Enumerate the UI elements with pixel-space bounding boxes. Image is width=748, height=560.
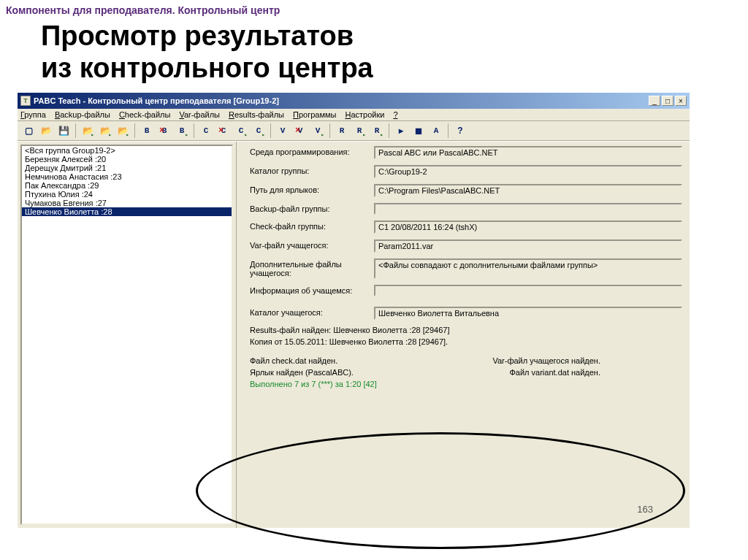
titlebar: T PABC Teach - Контрольный центр препода… — [18, 93, 690, 109]
tb-stop-btn[interactable]: ◼ — [411, 123, 427, 139]
tb-run-btn[interactable]: ▸ — [393, 123, 409, 139]
menu-0[interactable]: Группа — [20, 110, 46, 119]
tb-save[interactable]: 💾 — [56, 123, 72, 139]
client-area: <Вся группа Group19-2>Березняк Алексей :… — [18, 141, 690, 528]
var-label: Var-файл учащегося: — [250, 239, 374, 250]
student-list-pane: <Вся группа Group19-2>Березняк Алексей :… — [18, 142, 237, 528]
info-label: Информация об учащемся: — [250, 285, 374, 295]
student-item[interactable]: Березняк Алексей :20 — [22, 155, 232, 164]
tb-folder-c[interactable]: 📂▸ — [97, 123, 113, 139]
tb-Bx-btn[interactable]: B× — [156, 123, 172, 139]
tb-new[interactable]: ▢ — [20, 123, 37, 139]
menu-5[interactable]: Программы — [293, 110, 336, 119]
tb-A-btn[interactable]: A — [428, 123, 444, 139]
slide-title-line1: Просмотр результатов — [41, 20, 354, 51]
window-title: PABC Teach - Контрольный центр преподава… — [34, 96, 649, 105]
toolbar-separator — [75, 123, 76, 138]
student-item[interactable]: Птухина Юлия :24 — [22, 190, 232, 199]
app-window: T PABC Teach - Контрольный центр препода… — [18, 93, 690, 528]
check-value: C1 20/08/2011 16:24 (tshX) — [374, 220, 682, 234]
tb-Ca-btn[interactable]: C▸ — [233, 123, 249, 139]
toolbar-separator — [270, 123, 271, 138]
menu-3[interactable]: Var-файлы — [179, 110, 220, 119]
maximize-button[interactable]: □ — [662, 96, 673, 106]
student-item[interactable]: Пак Александра :29 — [22, 181, 232, 190]
student-item[interactable]: Чумакова Евгения :27 — [22, 199, 232, 207]
tb-help-btn[interactable]: ? — [452, 123, 468, 139]
env-value: Pascal ABC или PascalABC.NET — [374, 146, 682, 159]
check-label: Check-файл группы: — [250, 220, 374, 231]
status-variant-found: Файл variant.dat найден. — [509, 368, 600, 377]
tb-V-btn[interactable]: V — [275, 123, 291, 139]
slide-title: Просмотр результатов из контрольного цен… — [0, 20, 748, 93]
tb-B-btn[interactable]: B — [139, 123, 155, 139]
minimize-button[interactable]: _ — [649, 96, 660, 106]
env-label: Среда программирования: — [250, 146, 374, 156]
shortcut-value: C:\Program Files\PascalABC.NET — [374, 184, 682, 197]
toolbar-separator — [329, 123, 330, 138]
backup-value — [374, 203, 682, 215]
var-value: Param2011.var — [374, 239, 682, 253]
groupdir-label: Каталог группы: — [250, 165, 374, 175]
backup-label: Backup-файл группы: — [250, 203, 374, 213]
status-line2: Копия от 15.05.2011: Шевченко Виолетта :… — [250, 337, 682, 346]
menu-6[interactable]: Настройки — [345, 110, 384, 119]
tb-Ra-btn[interactable]: R▸ — [351, 123, 367, 139]
status-line1: Results-файл найден: Шевченко Виолетта :… — [250, 326, 682, 334]
student-item[interactable]: Дерещук Дмитрий :21 — [22, 164, 232, 172]
menu-4[interactable]: Results-файлы — [229, 110, 284, 119]
toolbar-separator — [194, 123, 194, 138]
student-listbox[interactable]: <Вся группа Group19-2>Березняк Алексей :… — [20, 145, 233, 525]
menu-7[interactable]: ? — [393, 110, 397, 119]
tb-Cx-btn[interactable]: C× — [215, 123, 232, 139]
tb-Vx-btn[interactable]: V× — [292, 123, 308, 139]
tb-Ca2-btn[interactable]: C▸ — [251, 123, 267, 139]
status-block: Results-файл найден: Шевченко Виолетта :… — [250, 326, 682, 388]
toolbar: ▢📂💾📂▸📂▸📂▸BB×B▸CC×C▸C▸VV×V▸RR▸R▸▸◼A? — [18, 121, 690, 141]
tb-R-btn[interactable]: R — [334, 123, 350, 139]
studentdir-label: Каталог учащегося: — [250, 307, 374, 317]
student-item[interactable]: Шевченко Виолетта :28 — [22, 207, 232, 216]
menu-1[interactable]: Backup-файлы — [55, 110, 110, 119]
tb-Va-btn[interactable]: V▸ — [310, 123, 326, 139]
menubar: ГруппаBackup-файлыCheck-файлыVar-файлыRe… — [18, 109, 690, 121]
tb-Ba-btn[interactable]: B▸ — [174, 123, 190, 139]
addfiles-label: Дополнительные файлы учащегося: — [250, 258, 374, 277]
status-done: Выполнено 7 из 7 (***) за 1:20 [42] — [250, 380, 682, 388]
student-item[interactable]: <Вся группа Group19-2> — [22, 146, 232, 155]
page-number: 163 — [637, 504, 653, 515]
slide-header: Компоненты для преподавателя. Контрольны… — [0, 0, 748, 20]
toolbar-separator — [448, 123, 449, 138]
tb-Ra2-btn[interactable]: R▸ — [369, 123, 385, 139]
tb-folder-b[interactable]: 📂▸ — [80, 123, 96, 139]
details-pane: Среда программирования: Pascal ABC или P… — [237, 142, 690, 528]
groupdir-value: C:\Group19-2 — [374, 165, 682, 178]
app-icon: T — [20, 96, 31, 106]
addfiles-value: <Файлы совпадают с дополнительными файла… — [374, 258, 682, 279]
tb-folder-r[interactable]: 📂▸ — [115, 123, 131, 139]
toolbar-separator — [389, 123, 389, 138]
student-item[interactable]: Немчинова Анастасия :23 — [22, 172, 232, 181]
menu-2[interactable]: Check-файлы — [119, 110, 171, 119]
shortcut-label: Путь для ярлыков: — [250, 184, 374, 194]
studentdir-value: Шевченко Виолетта Витальевна — [374, 307, 682, 320]
info-value — [374, 285, 682, 296]
status-check-dat: Файл check.dat найден. — [250, 356, 337, 365]
tb-open[interactable]: 📂 — [38, 123, 54, 139]
status-shortcut-found: Ярлык найден (PascalABC). — [250, 368, 354, 377]
status-var-found: Var-файл учащегося найден. — [492, 356, 600, 365]
slide-title-line2: из контрольного центра — [41, 53, 373, 83]
toolbar-separator — [134, 123, 135, 138]
close-button[interactable]: × — [675, 96, 687, 106]
tb-C-btn[interactable]: C — [198, 123, 214, 139]
